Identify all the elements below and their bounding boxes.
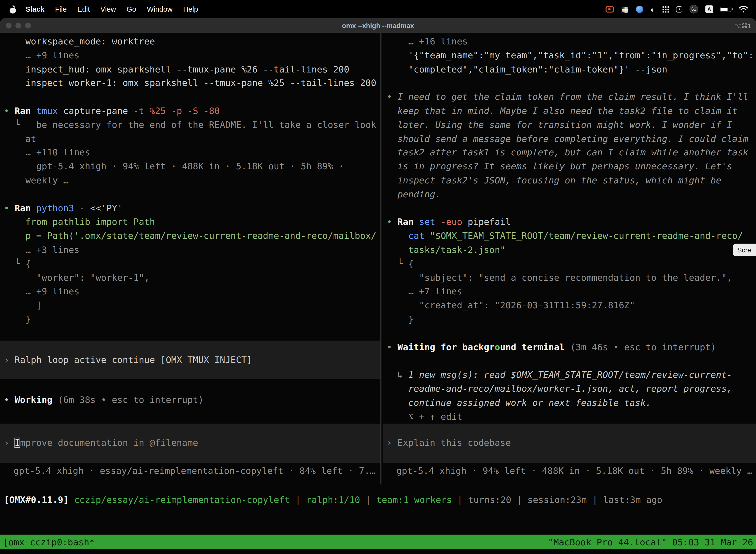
terminal-line	[383, 202, 756, 215]
terminal-line	[0, 327, 380, 340]
terminal-text-segment: workspace_mode: worktree	[4, 36, 155, 46]
terminal-text-segment: I	[15, 438, 20, 448]
terminal-text-segment: ↳	[387, 370, 408, 380]
terminal-text-segment: session:23m	[527, 494, 587, 505]
terminal-line: ⌥ + ↑ edit	[383, 410, 756, 424]
terminal-text-segment: Working	[15, 395, 58, 405]
menu-extra-icon[interactable]	[676, 6, 682, 12]
terminal-line: "created_at": "2026-03-31T11:59:27.816Z"	[383, 299, 756, 313]
inject-prompt-band[interactable]: › Ralph loop active continue [OMX_TMUX_I…	[0, 340, 380, 379]
terminal-text-segment: '{"team_name":"my-team","task_id":"1","f…	[387, 50, 754, 60]
terminal-text-segment: … +3 lines	[4, 244, 80, 255]
terminal-line: keep that in mind. Maybe I also need the…	[383, 104, 756, 118]
tmux-pane-right[interactable]: … +16 lines '{"team_name":"my-team","tas…	[383, 33, 756, 484]
apple-menu-icon[interactable]	[10, 5, 16, 13]
terminal-line: "completed","claim_token":"claim-token"}…	[383, 63, 756, 76]
menu-item-view[interactable]: View	[95, 0, 121, 18]
grid-app-icon[interactable]: ▦	[621, 5, 629, 13]
terminal-line: "subject": "send a concise recommendatio…	[383, 271, 756, 285]
terminal-line: readme-and-reco/mailbox/worker-1.json, a…	[383, 382, 756, 396]
terminal-text-segment: gpt-5.4 xhigh · essay/ai-reimplementatio…	[13, 466, 375, 476]
menu-item-file[interactable]: File	[50, 0, 72, 18]
terminal-text-segment: gpt-5.4 xhigh · 94% left · 488K in · 5.1…	[4, 161, 344, 171]
terminal-text-segment: … +16 lines	[387, 36, 467, 46]
terminal-text-segment: I need to get the claim token from the c…	[397, 92, 748, 102]
minimize-button[interactable]	[15, 22, 21, 28]
terminal-line: • Ran python3 - <<'PY'	[0, 202, 380, 215]
terminal-text-segment: … +9 lines	[4, 50, 80, 60]
battery-icon[interactable]	[720, 6, 732, 12]
terminal-text-segment: ›	[387, 438, 397, 448]
blue-app-icon[interactable]	[636, 5, 643, 13]
terminal-line	[383, 327, 756, 340]
terminal-text-segment: und terminal	[500, 342, 570, 352]
terminal-text-segment: … +110 lines	[4, 148, 90, 158]
window-titlebar[interactable]: omx --xhigh --madmax ⌥⌘1	[0, 18, 756, 33]
terminal-text-segment: └ {	[4, 258, 31, 269]
menu-app-name[interactable]: Slack	[20, 0, 50, 18]
prompt-suggestion-band-left[interactable]: › Improve documentation in @filename	[0, 424, 380, 463]
terminal-text-segment: "subject": "send a concise recommendatio…	[387, 272, 732, 282]
terminal-body: workspace_mode: worktree … +9 lines insp…	[0, 33, 756, 554]
terminal-text-segment: pending.	[387, 189, 441, 199]
terminal-text-segment: •	[387, 92, 397, 102]
terminal-text-segment: •	[4, 106, 15, 116]
terminal-line: cat "$OMX_TEAM_STATE_ROOT/team/review-cu…	[383, 229, 756, 243]
half-circle-app-icon[interactable]: ◐	[650, 5, 655, 13]
terminal-text-segment: weekly …	[4, 175, 69, 185]
terminal-text-segment: •	[387, 217, 397, 227]
dots-grid-icon[interactable]	[662, 6, 669, 12]
terminal-text-segment	[387, 231, 408, 241]
prompt-suggestion-line[interactable]: › Explain this codebase	[383, 436, 756, 450]
menu-item-window[interactable]: Window	[142, 0, 178, 18]
pane-divider[interactable]	[380, 33, 381, 484]
menu-item-go[interactable]: Go	[121, 0, 142, 18]
terminal-text-segment: }	[4, 314, 31, 324]
terminal-text-segment: at	[4, 133, 37, 144]
terminal-text-segment: Waiting for backgr	[397, 342, 495, 352]
omx-session-status: [OMX#0.11.9] cczip/essay/ai-reimplementa…	[0, 493, 756, 507]
terminal-line: inspect_worker-1: omx sparkshell --tmux-…	[0, 76, 380, 90]
terminal-line: › Ralph loop active continue [OMX_TMUX_I…	[0, 353, 380, 367]
prompt-suggestion-band-right[interactable]: › Explain this codebase	[383, 424, 756, 463]
close-button[interactable]	[6, 22, 11, 28]
terminal-text-segment: … +7 lines	[387, 286, 462, 296]
menu-item-help[interactable]: Help	[178, 0, 203, 18]
terminal-text-segment: inspect_worker-1: omx sparkshell --tmux-…	[4, 78, 377, 88]
terminal-text-segment: capture-pane	[58, 106, 128, 116]
terminal-line: • Working (6m 38s • esc to interrupt)	[0, 393, 380, 407]
terminal-text-segment: gpt-5.4 xhigh · 94% left · 488K in · 5.1…	[396, 466, 753, 476]
keyboard-input-icon[interactable]: A	[705, 5, 713, 13]
badge-61-icon[interactable]: 61	[690, 5, 698, 13]
prompt-input-line[interactable]: › Improve documentation in @filename	[0, 436, 380, 450]
terminal-line: later. Using the same for transition mig…	[383, 118, 756, 132]
terminal-text-segment: tmux	[36, 106, 58, 116]
terminal-line	[383, 76, 756, 90]
terminal-line	[0, 90, 380, 104]
terminal-text-segment: last:3m ago	[603, 494, 662, 505]
tmux-status-bar: [omx-cczip0:bash* "MacBook-Pro-44.local"…	[0, 535, 756, 549]
terminal-text-segment: Explain this codebase	[397, 438, 511, 448]
menu-item-edit[interactable]: Edit	[72, 0, 95, 18]
terminal-text-segment: is in progress? It seems likely but perh…	[387, 161, 732, 171]
model-status-line: gpt-5.4 xhigh · essay/ai-reimplementatio…	[0, 464, 380, 478]
terminal-text-segment: ralph:1/10	[306, 494, 360, 505]
terminal-text-segment: turns:20	[468, 494, 511, 505]
terminal-text-segment: "created_at": "2026-03-31T11:59:27.816Z"	[387, 300, 635, 310]
screen-recording-indicator-icon[interactable]	[606, 6, 614, 12]
terminal-text-segment: from pathlib import Path	[4, 217, 155, 227]
terminal-text-segment: •	[387, 342, 397, 352]
wifi-icon[interactable]	[739, 5, 748, 13]
terminal-line: }	[383, 313, 756, 327]
terminal-text-segment: mprove documentation in @filename	[20, 438, 198, 448]
terminal-line: … +3 lines	[0, 243, 380, 257]
terminal-line: task2 after task1 is complete, but can I…	[383, 146, 756, 160]
terminal-line: … +7 lines	[383, 285, 756, 299]
terminal-line: at	[0, 132, 380, 146]
terminal-text-segment: "$OMX_TEAM_STATE_ROOT/team/review-curren…	[430, 231, 743, 241]
zoom-button[interactable]	[25, 22, 31, 28]
terminal-line: }	[0, 313, 380, 327]
terminal-text-segment: |	[511, 494, 527, 505]
menu-bar-status-area: ▦ ◐ 61 A	[606, 5, 756, 13]
tmux-pane-left[interactable]: workspace_mode: worktree … +9 lines insp…	[0, 33, 380, 484]
